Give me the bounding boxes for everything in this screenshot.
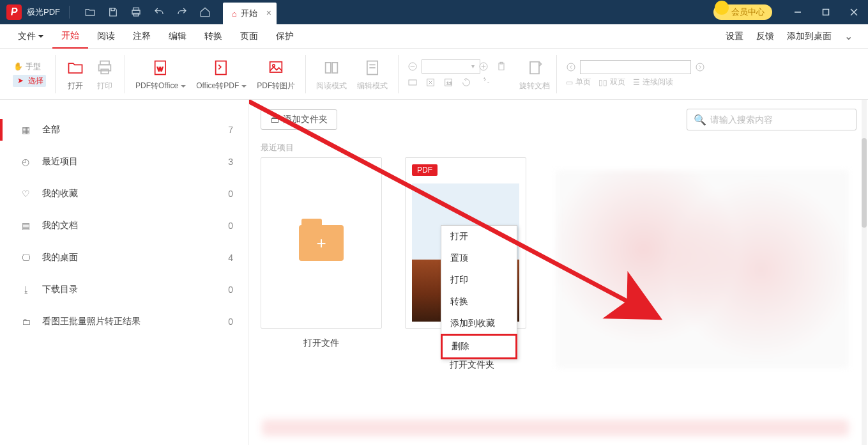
sidebar-item-label: 最近项目	[42, 156, 78, 168]
single-page-label: 单页	[575, 77, 591, 88]
clipboard-icon[interactable]	[495, 60, 508, 73]
zoom-in-icon[interactable]	[477, 60, 490, 73]
menu-page[interactable]: 页面	[231, 24, 267, 49]
fit-width-icon[interactable]	[406, 76, 419, 89]
vip-button[interactable]: 会员中心	[713, 4, 772, 20]
menu-start[interactable]: 开始	[52, 24, 88, 49]
sidebar-item-custom-folder[interactable]: 🗀 看图王批量照片转正结果 0	[0, 306, 248, 338]
pdf-to-office-button[interactable]: W PDF转Office	[130, 54, 191, 94]
single-page-button[interactable]: ▭单页	[566, 77, 591, 88]
menu-settings[interactable]: 设置	[719, 24, 750, 49]
hand-icon: ✋	[13, 62, 23, 71]
chevron-down-icon[interactable]: ⌄	[838, 30, 859, 42]
rotate-right-icon[interactable]	[478, 76, 491, 89]
body: ▦ 全部 7 ◴ 最近项目 3 ♡ 我的收藏 0 ▤ 我的文档 0 🖵 我的桌面…	[0, 100, 868, 445]
ctx-print[interactable]: 打印	[441, 269, 517, 291]
read-mode-icon	[322, 56, 341, 79]
search-input[interactable]	[710, 114, 849, 125]
minimize-button[interactable]	[784, 0, 812, 24]
menu-read[interactable]: 阅读	[88, 24, 124, 49]
heart-icon: ♡	[22, 189, 34, 199]
menu-protect[interactable]: 保护	[267, 24, 303, 49]
add-folder-label: 添加文件夹	[283, 114, 328, 125]
select-mode[interactable]: ➤选择	[13, 75, 46, 87]
maximize-button[interactable]	[812, 0, 840, 24]
ctx-pin[interactable]: 置顶	[441, 247, 517, 269]
open-icon	[66, 56, 85, 79]
home-icon[interactable]	[199, 6, 211, 19]
sidebar-item-count: 0	[228, 285, 233, 295]
cursor-icon: ➤	[15, 76, 26, 85]
desktop-icon: 🖵	[22, 253, 34, 263]
menu-file[interactable]: 文件	[9, 24, 52, 49]
sidebar-item-label: 我的收藏	[42, 188, 78, 199]
menu-convert[interactable]: 转换	[195, 24, 231, 49]
print-icon	[95, 56, 114, 79]
rotate-doc-icon	[525, 56, 544, 79]
app-title: 极光PDF	[27, 6, 60, 18]
read-mode-label: 阅读模式	[316, 81, 347, 91]
print-button[interactable]: 打印	[90, 54, 119, 94]
read-mode-button[interactable]: 阅读模式	[311, 54, 352, 94]
folder-icon: 🗀	[22, 316, 34, 327]
page-next-icon[interactable]	[694, 61, 706, 74]
save-icon[interactable]	[107, 6, 119, 19]
sidebar-item-label: 我的文档	[42, 220, 78, 231]
office-to-pdf-button[interactable]: Office转PDF	[191, 54, 252, 94]
pdf-to-image-icon	[266, 56, 286, 79]
hand-mode[interactable]: ✋手型	[13, 61, 41, 72]
menu-edit[interactable]: 编辑	[160, 24, 195, 49]
ctx-convert[interactable]: 转换	[441, 291, 517, 313]
redo-icon[interactable]	[176, 6, 188, 19]
search-box[interactable]: 🔍	[687, 109, 857, 130]
svg-point-30	[567, 63, 575, 71]
sidebar-item-all[interactable]: ▦ 全部 7	[0, 114, 248, 146]
menu-add-desktop[interactable]: 添加到桌面	[780, 24, 838, 49]
zoom-out-icon[interactable]	[406, 60, 419, 73]
sidebar-item-desktop[interactable]: 🖵 我的桌面 4	[0, 242, 248, 274]
dropdown-icon[interactable]: ▾	[471, 63, 475, 70]
close-icon[interactable]: ×	[266, 8, 271, 18]
open-file-card[interactable]	[261, 157, 382, 329]
ctx-delete[interactable]: 删除	[441, 334, 517, 359]
double-page-button[interactable]: ▯▯双页	[598, 77, 625, 88]
separator	[69, 6, 70, 19]
edit-mode-button[interactable]: 编辑模式	[352, 54, 393, 94]
sidebar-item-recent[interactable]: ◴ 最近项目 3	[0, 146, 248, 178]
sidebar: ▦ 全部 7 ◴ 最近项目 3 ♡ 我的收藏 0 ▤ 我的文档 0 🖵 我的桌面…	[0, 100, 249, 445]
open-button[interactable]: 打开	[61, 54, 90, 94]
double-page-label: 双页	[610, 77, 625, 88]
sidebar-item-downloads[interactable]: ⭳ 下载目录 0	[0, 274, 248, 306]
svg-text:W: W	[157, 66, 163, 72]
menubar: 文件 开始 阅读 注释 编辑 转换 页面 保护 设置 反馈 添加到桌面 ⌄	[0, 24, 868, 49]
ctx-favorite[interactable]: 添加到收藏	[441, 313, 517, 334]
close-button[interactable]	[840, 0, 868, 24]
open-folder-text[interactable]: 打开文件夹	[450, 359, 494, 371]
actual-size-icon[interactable]: 1:1	[442, 76, 455, 89]
rotate-doc-button[interactable]: 旋转文档	[514, 54, 555, 94]
add-folder-button[interactable]: 🗀 添加文件夹	[261, 109, 337, 130]
sidebar-item-favorites[interactable]: ♡ 我的收藏 0	[0, 178, 248, 210]
fit-page-icon[interactable]	[424, 76, 437, 89]
sidebar-item-documents[interactable]: ▤ 我的文档 0	[0, 210, 248, 242]
folder-plus-icon: 🗀	[270, 114, 279, 125]
page-prev-icon[interactable]	[565, 61, 577, 74]
folder-plus-icon	[299, 225, 344, 261]
scrollbar-thumb[interactable]	[862, 138, 867, 228]
open-folder-icon[interactable]	[84, 6, 96, 19]
undo-icon[interactable]	[153, 6, 165, 19]
menu-annotate[interactable]: 注释	[124, 24, 160, 49]
continuous-button[interactable]: ☰连续阅读	[633, 77, 673, 88]
menubar-right: 设置 反馈 添加到桌面 ⌄	[719, 24, 859, 49]
ribbon: ✋手型 ➤选择 打开 打印 W PDF转Office Office转PDF PD…	[0, 49, 868, 100]
page-number-input[interactable]	[580, 60, 691, 74]
print-icon[interactable]	[130, 6, 142, 19]
ctx-open[interactable]: 打开	[441, 226, 517, 247]
rotate-left-icon[interactable]	[460, 76, 473, 89]
pdf-to-office-label: PDF转Office	[135, 81, 186, 91]
pdf-to-image-button[interactable]: PDF转图片	[252, 54, 300, 94]
menu-feedback[interactable]: 反馈	[750, 24, 780, 49]
document-icon: ▤	[22, 221, 34, 231]
sidebar-item-count: 7	[228, 125, 233, 135]
tab-start[interactable]: ⌂ 开始 ×	[223, 3, 277, 24]
